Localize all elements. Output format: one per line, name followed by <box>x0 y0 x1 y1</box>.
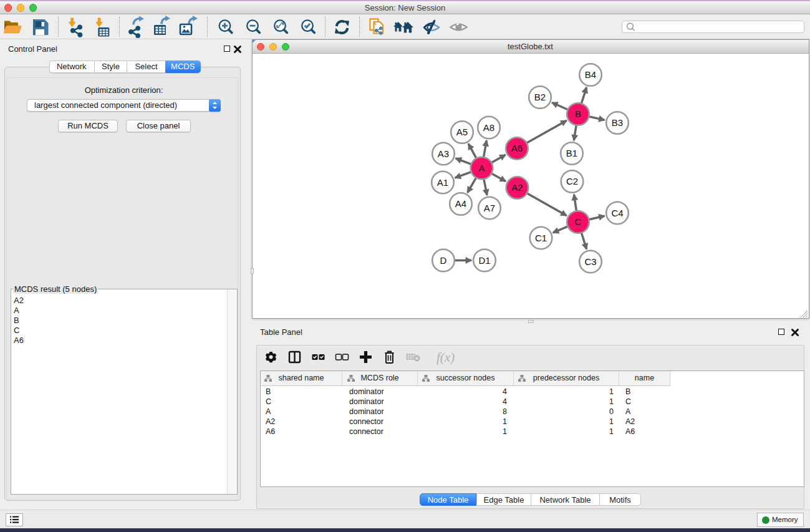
svg-text:A7: A7 <box>484 203 495 213</box>
svg-text:A1: A1 <box>437 177 448 188</box>
svg-text:B2: B2 <box>534 92 546 102</box>
svg-text:f(x): f(x) <box>436 350 455 365</box>
svg-text:A2: A2 <box>511 182 523 193</box>
svg-text:A5: A5 <box>456 127 468 137</box>
svg-text:C1: C1 <box>535 233 547 243</box>
svg-text:C: C <box>575 216 582 227</box>
svg-text:A3: A3 <box>438 148 449 159</box>
svg-text:D: D <box>440 255 447 266</box>
svg-text:B3: B3 <box>612 117 623 128</box>
svg-text:C4: C4 <box>611 208 623 218</box>
svg-text:A4: A4 <box>455 198 466 209</box>
svg-text:C3: C3 <box>584 256 596 267</box>
svg-text:B1: B1 <box>566 148 577 158</box>
svg-text:D1: D1 <box>478 255 490 266</box>
svg-text:A8: A8 <box>483 122 494 133</box>
svg-text:B4: B4 <box>585 69 596 80</box>
svg-text:C2: C2 <box>566 176 578 186</box>
svg-text:A6: A6 <box>511 143 523 153</box>
svg-text:A: A <box>478 163 485 173</box>
svg-text:B: B <box>575 109 581 119</box>
